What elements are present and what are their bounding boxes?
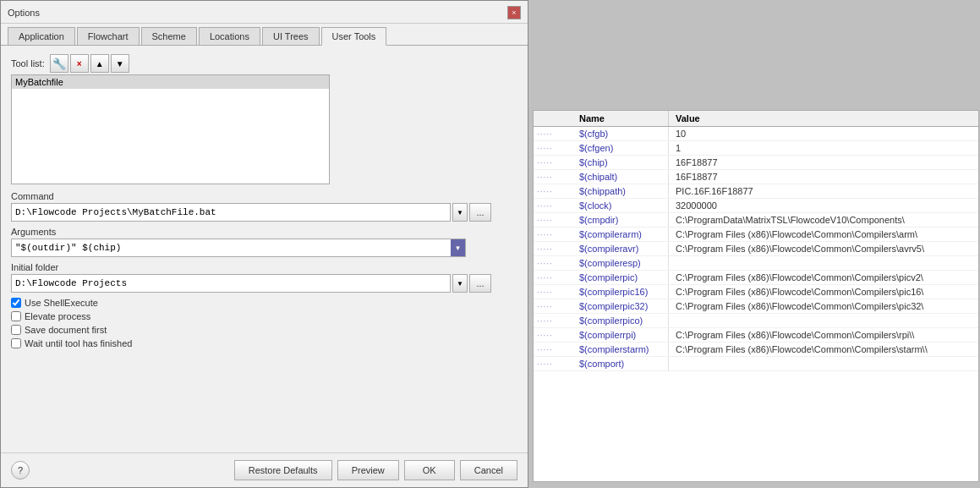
initial-folder-input-row: ▼ ... — [11, 274, 517, 293]
prop-row[interactable]: ·····$(compilerrpi)C:\Program Files (x86… — [534, 328, 978, 343]
down-arrow-icon: ▼ — [116, 59, 124, 69]
prop-row[interactable]: ·····$(cfgb)10 — [534, 127, 978, 141]
help-button[interactable]: ? — [11, 461, 30, 480]
ok-button[interactable]: OK — [404, 460, 455, 480]
browse-icon: ... — [476, 207, 484, 217]
prop-row-name: $(compilerpico) — [576, 314, 669, 327]
wait-tool-label: Wait until tool has finished — [25, 338, 132, 348]
delete-tool-button[interactable]: × — [70, 54, 89, 73]
move-up-button[interactable]: ▲ — [90, 54, 109, 73]
command-dropdown-button[interactable]: ▼ — [452, 203, 468, 222]
elevate-process-checkbox[interactable] — [11, 311, 21, 321]
titlebar: Options × — [1, 1, 528, 24]
prop-row-name: $(cfgb) — [576, 127, 669, 140]
prop-row-value: C:\Program Files (x86)\Flowcode\Common\C… — [669, 343, 978, 356]
tool-list-header: Tool list: 🔧 × ▲ ▼ — [11, 54, 517, 73]
wait-tool-checkbox[interactable] — [11, 338, 21, 348]
prop-row-name: $(comport) — [576, 357, 669, 370]
save-document-checkbox[interactable] — [11, 325, 21, 335]
cancel-button[interactable]: Cancel — [460, 460, 517, 480]
tab-application[interactable]: Application — [8, 27, 75, 45]
initial-folder-field-row: Initial folder ▼ ... — [11, 262, 517, 293]
checkbox-row-0: Use ShellExecute — [11, 298, 517, 308]
folder-dropdown-button[interactable]: ▼ — [452, 274, 468, 293]
tab-scheme[interactable]: Scheme — [141, 27, 197, 45]
prop-row-name: $(compilerstarm) — [576, 343, 669, 356]
prop-row[interactable]: ·····$(chip)16F18877 — [534, 156, 978, 170]
command-browse-button[interactable]: ... — [469, 203, 491, 222]
prop-row-name: $(chipalt) — [576, 170, 669, 184]
prop-row[interactable]: ·····$(chippath)PIC.16F.16F18877 — [534, 184, 978, 199]
prop-row-name: $(chippath) — [576, 184, 669, 198]
prop-row-value: 16F18877 — [669, 156, 978, 169]
prop-row-dots: ····· — [534, 128, 576, 140]
tab-usertools[interactable]: User Tools — [321, 27, 387, 46]
prop-row[interactable]: ·····$(comport) — [534, 357, 978, 371]
prop-row-dots: ····· — [534, 257, 576, 270]
prop-row-value: C:\Program Files (x86)\Flowcode\Common\C… — [669, 328, 978, 342]
save-document-label: Save document first — [25, 325, 107, 335]
prop-scroll-container[interactable]: ·····$(cfgb)10·····$(cfgen)1·····$(chip)… — [534, 127, 978, 481]
prop-row[interactable]: ·····$(compilerstarm)C:\Program Files (x… — [534, 343, 978, 357]
prop-row[interactable]: ·····$(compilerpic)C:\Program Files (x86… — [534, 271, 978, 285]
elevate-process-label: Elevate process — [25, 311, 90, 321]
prop-row[interactable]: ·····$(clock)32000000 — [534, 199, 978, 213]
prop-row[interactable]: ·····$(compilerpic32)C:\Program Files (x… — [534, 299, 978, 314]
prop-row-name: $(chip) — [576, 156, 669, 169]
tabs-bar: Application Flowchart Scheme Locations U… — [1, 24, 528, 46]
tab-flowchart[interactable]: Flowchart — [77, 27, 140, 45]
move-down-button[interactable]: ▼ — [111, 54, 129, 73]
arguments-input-row: ▼ — [11, 239, 517, 257]
prop-row-value — [669, 362, 978, 365]
prop-table-wrapper: Name Value ·····$(cfgb)10·····$(cfgen)1·… — [534, 111, 978, 481]
prop-row[interactable]: ·····$(compilerarm)C:\Program Files (x86… — [534, 228, 978, 242]
prop-row-value: PIC.16F.16F18877 — [669, 184, 978, 198]
prop-row-name: $(compileravr) — [576, 242, 669, 255]
prop-row-name: $(compilerpic32) — [576, 299, 669, 313]
tool-list-label: Tool list: — [11, 58, 45, 69]
tool-list-box[interactable]: MyBatchfile — [11, 74, 330, 184]
initial-folder-input[interactable] — [11, 274, 451, 293]
add-icon: 🔧 — [52, 58, 66, 70]
arguments-dropdown-button[interactable]: ▼ — [451, 239, 466, 257]
prop-row-dots: ····· — [534, 271, 576, 284]
up-arrow-icon: ▲ — [96, 59, 104, 69]
arguments-label: Arguments — [11, 227, 517, 237]
tool-list-item[interactable]: MyBatchfile — [12, 75, 329, 89]
args-dropdown-icon: ▼ — [455, 244, 462, 252]
prop-row[interactable]: ·····$(compileravr)C:\Program Files (x86… — [534, 242, 978, 256]
prop-header-row: Name Value — [534, 111, 978, 127]
prop-row-value: C:\Program Files (x86)\Flowcode\Common\C… — [669, 228, 978, 241]
tab-locations[interactable]: Locations — [199, 27, 260, 45]
prop-row-name: $(compilerpic) — [576, 271, 669, 284]
folder-browse-button[interactable]: ... — [469, 274, 491, 293]
prop-row[interactable]: ·····$(chipalt)16F18877 — [534, 170, 978, 184]
prop-row-dots: ····· — [534, 142, 576, 155]
prop-row-value: C:\ProgramData\MatrixTSL\FlowcodeV10\Com… — [669, 213, 978, 227]
restore-defaults-button[interactable]: Restore Defaults — [234, 460, 332, 480]
prop-row-value: 1 — [669, 141, 978, 155]
prop-row-dots: ····· — [534, 185, 576, 198]
add-tool-button[interactable]: 🔧 — [50, 54, 68, 73]
prop-row[interactable]: ·····$(compilerpico) — [534, 314, 978, 328]
tab-uitrees[interactable]: UI Trees — [262, 27, 320, 45]
prop-row-value: 16F18877 — [669, 170, 978, 184]
use-shellexecute-checkbox[interactable] — [11, 298, 21, 308]
prop-row[interactable]: ·····$(cmpdir)C:\ProgramData\MatrixTSL\F… — [534, 213, 978, 228]
prop-row[interactable]: ·····$(compileresp) — [534, 256, 978, 271]
prop-row-name: $(compileresp) — [576, 256, 669, 270]
command-label: Command — [11, 191, 517, 201]
prop-row-value: C:\Program Files (x86)\Flowcode\Common\C… — [669, 299, 978, 313]
checkbox-row-3: Wait until tool has finished — [11, 338, 517, 348]
dialog-body: Tool list: 🔧 × ▲ ▼ MyBatchfile Comma — [1, 46, 528, 452]
prop-row-dots: ····· — [534, 156, 576, 169]
prop-row[interactable]: ·····$(compilerpic16)C:\Program Files (x… — [534, 285, 978, 299]
prop-header-name: Name — [576, 111, 669, 126]
preview-button[interactable]: Preview — [337, 460, 399, 480]
close-button[interactable]: × — [507, 6, 521, 19]
prop-row[interactable]: ·····$(cfgen)1 — [534, 141, 978, 156]
properties-panel: Name Value ·····$(cfgb)10·····$(cfgen)1·… — [533, 110, 979, 482]
command-input[interactable] — [11, 203, 451, 222]
arguments-input[interactable] — [11, 239, 451, 257]
prop-row-value — [669, 261, 978, 265]
